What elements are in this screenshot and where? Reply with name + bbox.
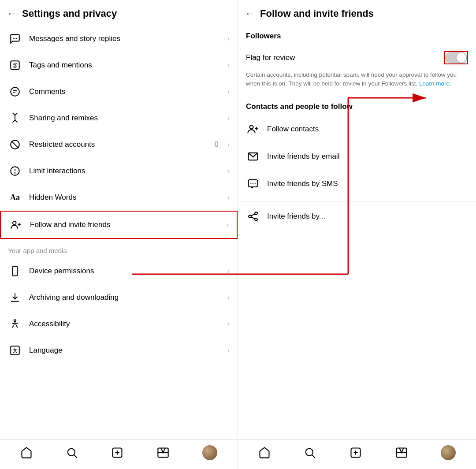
restricted-badge: 0 <box>215 141 219 149</box>
svg-point-34 <box>250 182 251 183</box>
svg-line-40 <box>251 214 255 216</box>
left-header: ← Settings and privacy <box>0 0 238 26</box>
messages-icon <box>8 32 22 46</box>
left-nav-reel[interactable] <box>157 447 169 459</box>
svg-point-10 <box>15 173 15 173</box>
right-bottom-nav <box>238 439 476 469</box>
archiving-chevron: › <box>227 294 230 302</box>
right-nav-search[interactable] <box>304 447 316 459</box>
tags-chevron: › <box>227 61 230 69</box>
right-item-invite-other[interactable]: Invite friends by... <box>238 201 476 230</box>
hidden-label: Hidden Words <box>29 193 220 202</box>
device-label: Device permissions <box>29 267 220 275</box>
language-chevron: › <box>227 346 230 354</box>
follow-contacts-icon <box>246 122 260 136</box>
left-nav-avatar[interactable] <box>202 445 217 460</box>
restricted-chevron: › <box>227 141 230 149</box>
svg-line-7 <box>11 141 19 148</box>
right-item-invite-sms[interactable]: Invite friends by SMS <box>238 170 476 197</box>
settings-item-tags[interactable]: @ Tags and mentions › <box>0 52 238 78</box>
right-nav-home[interactable] <box>258 447 271 459</box>
left-back-button[interactable]: ← <box>7 8 17 19</box>
right-nav-reel[interactable] <box>395 447 408 459</box>
settings-item-follow[interactable]: Follow and invite friends › <box>0 211 238 239</box>
right-item-follow-contacts[interactable]: Follow contacts <box>238 115 476 143</box>
right-content: Followers Flag for review Certain accoun… <box>238 26 476 439</box>
left-nav-home[interactable] <box>20 447 33 459</box>
settings-item-messages[interactable]: Messages and story replies › <box>0 26 238 52</box>
right-nav-add[interactable] <box>350 447 362 459</box>
limit-icon <box>8 164 22 178</box>
svg-line-23 <box>74 455 77 458</box>
hidden-chevron: › <box>227 194 230 201</box>
left-bottom-nav <box>0 439 238 469</box>
learn-more-link[interactable]: Learn more. <box>419 80 451 87</box>
settings-item-restricted[interactable]: Restricted accounts 0 › <box>0 131 238 158</box>
settings-item-sharing[interactable]: Sharing and remixes › <box>0 105 238 131</box>
settings-item-archiving[interactable]: Archiving and downloading › <box>0 284 238 311</box>
invite-sms-icon <box>246 177 260 191</box>
right-nav-avatar[interactable] <box>441 445 456 460</box>
messages-label: Messages and story replies <box>29 34 220 43</box>
follow-label: Follow and invite friends <box>30 220 219 229</box>
left-nav-search[interactable] <box>66 447 78 459</box>
svg-point-42 <box>306 449 313 456</box>
device-icon <box>8 264 22 278</box>
invite-other-label: Invite friends by... <box>267 212 325 221</box>
messages-chevron: › <box>227 35 230 43</box>
language-label: Language <box>29 346 220 355</box>
app-media-section-label: Your app and media <box>0 239 238 258</box>
follow-icon <box>9 218 23 232</box>
svg-line-41 <box>251 217 255 219</box>
invite-email-icon <box>246 149 260 164</box>
svg-point-15 <box>15 273 15 274</box>
device-chevron: › <box>227 267 230 275</box>
settings-item-accessibility[interactable]: Accessibility › <box>0 311 238 337</box>
limit-label: Limit interactions <box>29 167 220 175</box>
left-nav-add[interactable] <box>111 447 123 459</box>
follow-contacts-label: Follow contacts <box>267 125 319 134</box>
svg-point-39 <box>255 218 257 221</box>
right-back-button[interactable]: ← <box>245 8 255 19</box>
svg-point-36 <box>255 182 256 183</box>
accessibility-chevron: › <box>227 320 230 328</box>
settings-item-limit[interactable]: Limit interactions › <box>0 158 238 184</box>
flag-description: Certain accounts, including potential sp… <box>238 71 476 95</box>
settings-item-comments[interactable]: Comments › <box>0 78 238 105</box>
restricted-label: Restricted accounts <box>29 140 208 149</box>
invite-email-label: Invite friends by email <box>267 152 339 161</box>
accessibility-icon <box>8 317 22 331</box>
tags-label: Tags and mentions <box>29 61 220 70</box>
left-panel: ← Settings and privacy Messages and stor… <box>0 0 238 469</box>
svg-point-22 <box>68 449 75 456</box>
svg-point-38 <box>255 212 257 215</box>
right-panel: ← Follow and invite friends Followers Fl… <box>238 0 476 469</box>
accessibility-label: Accessibility <box>29 320 220 328</box>
left-panel-title: Settings and privacy <box>22 8 117 19</box>
sharing-chevron: › <box>227 114 230 122</box>
right-item-invite-email[interactable]: Invite friends by email <box>238 143 476 170</box>
svg-point-5 <box>11 87 19 96</box>
limit-chevron: › <box>227 167 230 175</box>
svg-point-11 <box>13 221 16 225</box>
invite-sms-label: Invite friends by SMS <box>267 179 338 188</box>
right-panel-title: Follow and invite friends <box>260 8 374 19</box>
right-header: ← Follow and invite friends <box>238 0 476 26</box>
comments-icon <box>8 85 22 99</box>
settings-item-hidden[interactable]: Aa Hidden Words › <box>0 184 238 211</box>
language-icon: 文 <box>8 343 22 357</box>
sharing-icon <box>8 111 22 125</box>
sharing-label: Sharing and remixes <box>29 114 220 123</box>
settings-item-device[interactable]: Device permissions › <box>0 258 238 284</box>
toggle-knob <box>457 53 466 63</box>
followers-section-header: Followers <box>238 26 476 45</box>
svg-point-29 <box>249 125 253 129</box>
archiving-label: Archiving and downloading <box>29 293 220 302</box>
svg-text:文: 文 <box>13 348 17 353</box>
flag-review-toggle[interactable] <box>445 52 467 63</box>
settings-list: Messages and story replies › @ Tags and … <box>0 26 238 439</box>
svg-point-35 <box>253 182 253 183</box>
svg-point-37 <box>249 215 251 218</box>
invite-other-icon <box>246 209 260 223</box>
settings-item-language[interactable]: 文 Language › <box>0 337 238 364</box>
